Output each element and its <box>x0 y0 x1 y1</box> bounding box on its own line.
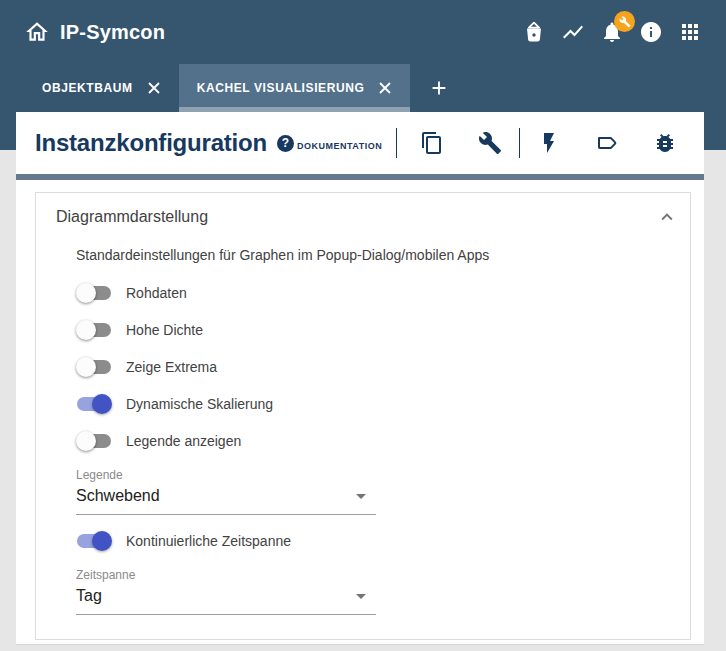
toggle-label: Rohdaten <box>126 285 187 301</box>
toggle-row-zeige-extrema: Zeige Extrema <box>76 357 690 377</box>
tab-objektbaum[interactable]: OBJEKTBAUM <box>24 64 179 112</box>
tab-bar: OBJEKTBAUM KACHEL VISUALISIERUNG <box>0 64 464 112</box>
toolbar-divider <box>519 128 520 158</box>
app-window: IP-Symcon <box>0 0 726 651</box>
flash-icon[interactable] <box>537 131 561 155</box>
close-icon[interactable] <box>147 81 161 95</box>
toolbar-actions <box>403 128 694 158</box>
panel-description: Standardeinstellungen für Graphen im Pop… <box>76 247 670 263</box>
help-icon: ? <box>277 135 294 152</box>
toggle-row-legende-anzeigen: Legende anzeigen <box>76 431 690 451</box>
tab-label: OBJEKTBAUM <box>42 81 133 95</box>
toggle-row-kontinuierliche-zeitspanne: Kontinuierliche Zeitspanne <box>76 531 690 551</box>
add-tab-button[interactable] <box>414 64 464 112</box>
header-actions <box>522 20 702 44</box>
toggle-row-hohe-dichte: Hohe Dichte <box>76 320 690 340</box>
select-zeitspanne[interactable]: Zeitspanne Tag <box>76 568 376 615</box>
panel-header[interactable]: Diagrammdarstellung <box>36 207 690 227</box>
toggle-switch[interactable] <box>76 320 112 340</box>
toggle-label: Kontinuierliche Zeitspanne <box>126 533 291 549</box>
label-icon[interactable] <box>595 131 619 155</box>
home-icon <box>24 19 50 45</box>
toggle-switch[interactable] <box>76 531 112 551</box>
update-badge <box>614 11 635 32</box>
toggle-switch[interactable] <box>76 357 112 377</box>
panel-title: Diagrammdarstellung <box>56 208 208 226</box>
bug-icon[interactable] <box>653 131 677 155</box>
app-title: IP-Symcon <box>60 21 165 44</box>
toggle-label: Hohe Dichte <box>126 322 203 338</box>
trending-icon[interactable] <box>561 20 585 44</box>
wrench-icon[interactable] <box>478 131 502 155</box>
wrench-badge-icon <box>619 16 631 28</box>
dropdown-arrow-icon <box>356 494 366 499</box>
toggle-switch[interactable] <box>76 394 112 414</box>
toggle-switch[interactable] <box>76 283 112 303</box>
brand-home[interactable]: IP-Symcon <box>24 19 165 45</box>
tab-kachel-visualisierung[interactable]: KACHEL VISUALISIERUNG <box>179 64 411 112</box>
copy-icon[interactable] <box>420 131 444 155</box>
page-title: Instanzkonfiguration <box>35 129 267 157</box>
toolbar-divider <box>396 128 397 158</box>
select-label: Zeitspanne <box>76 568 376 582</box>
tab-label: KACHEL VISUALISIERUNG <box>197 81 365 95</box>
toggle-label: Zeige Extrema <box>126 359 217 375</box>
top-header: IP-Symcon <box>0 0 726 64</box>
select-label: Legende <box>76 468 376 482</box>
info-icon[interactable] <box>639 20 663 44</box>
select-value: Schwebend <box>76 487 160 505</box>
content-card: Instanzkonfiguration ? DOKUMENTATION <box>16 112 704 645</box>
select-legende[interactable]: Legende Schwebend <box>76 468 376 515</box>
apps-icon[interactable] <box>678 20 702 44</box>
documentation-label: DOKUMENTATION <box>297 141 382 152</box>
instance-toolbar: Instanzkonfiguration ? DOKUMENTATION <box>16 112 704 174</box>
toggle-label: Dynamische Skalierung <box>126 396 273 412</box>
form-content: Diagrammdarstellung Standardeinstellunge… <box>16 180 704 640</box>
panel-diagrammdarstellung: Diagrammdarstellung Standardeinstellunge… <box>35 192 691 640</box>
toggle-row-dynamische-skalierung: Dynamische Skalierung <box>76 394 690 414</box>
dropdown-arrow-icon <box>356 594 366 599</box>
select-value: Tag <box>76 587 102 605</box>
toggle-switch[interactable] <box>76 431 112 451</box>
toggle-row-rohdaten: Rohdaten <box>76 283 690 303</box>
toggle-label: Legende anzeigen <box>126 433 241 449</box>
close-icon[interactable] <box>378 81 392 95</box>
chevron-up-icon[interactable] <box>656 206 678 228</box>
documentation-link[interactable]: ? DOKUMENTATION <box>277 135 382 152</box>
notifications-icon[interactable] <box>600 20 624 44</box>
store-icon[interactable] <box>522 20 546 44</box>
